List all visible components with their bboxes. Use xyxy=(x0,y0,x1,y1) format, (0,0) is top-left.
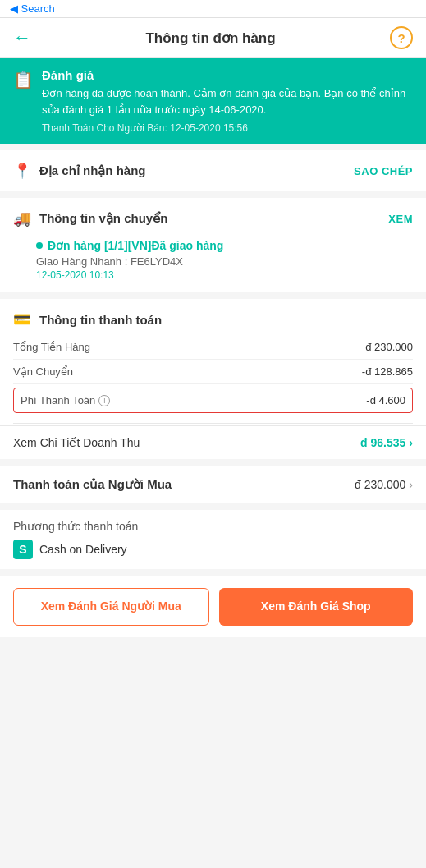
payment-divider xyxy=(13,423,413,424)
shipping-icon: 🚚 xyxy=(13,209,31,227)
payment-header-row: 💳 Thông tin thanh toán xyxy=(0,299,426,335)
buyer-section: Thanh toán của Người Mua đ 230.000 › xyxy=(0,466,426,503)
total-goods-label: Tổng Tiền Hàng xyxy=(13,341,90,353)
fee-value: -đ 4.600 xyxy=(366,394,405,406)
buyer-chevron: › xyxy=(409,478,413,491)
revenue-row[interactable]: Xem Chi Tiết Doanh Thu đ 96.535 › xyxy=(0,425,426,459)
payment-info-section: 💳 Thông tin thanh toán Tổng Tiền Hàng đ … xyxy=(0,299,426,459)
shipping-tracking: Giao Hàng Nhanh : FE6LYD4X xyxy=(36,255,413,268)
payment-row-shipping: Vận Chuyển -đ 128.865 xyxy=(13,360,413,384)
page-title: Thông tin đơn hàng xyxy=(31,30,390,47)
shipping-label: Thông tin vận chuyển xyxy=(39,211,167,226)
review-content: Đánh giá Đơn hàng đã được hoàn thành. Cả… xyxy=(42,68,413,134)
review-icon: 📋 xyxy=(13,70,34,90)
address-label: Địa chỉ nhận hàng xyxy=(39,163,146,178)
fee-label: Phí Thanh Toán i xyxy=(21,394,110,406)
revenue-chevron: › xyxy=(409,436,413,449)
address-row: 📍 Địa chỉ nhận hàng SAO CHÉP xyxy=(0,150,426,191)
address-section: 📍 Địa chỉ nhận hàng SAO CHÉP xyxy=(0,150,426,191)
shipping-cost-value: -đ 128.865 xyxy=(362,365,413,378)
review-date: Thanh Toán Cho Người Bán: 12-05-2020 15:… xyxy=(42,122,413,134)
payment-icon: 💳 xyxy=(13,310,31,328)
view-shipping-button[interactable]: XEM xyxy=(388,213,413,225)
payment-label: Thông tin thanh toán xyxy=(39,313,162,327)
revenue-label: Xem Chi Tiết Doanh Thu xyxy=(13,436,140,449)
shipping-cost-label: Vận Chuyển xyxy=(13,365,73,378)
location-icon: 📍 xyxy=(13,162,31,180)
bottom-buttons: Xem Đánh Giá Người Mua Xem Đánh Giá Shop xyxy=(0,576,426,637)
fee-info-icon[interactable]: i xyxy=(98,395,110,406)
cod-label: Cash on Delivery xyxy=(39,543,127,556)
review-banner: 📋 Đánh giá Đơn hàng đã được hoàn thành. … xyxy=(0,58,426,144)
buyer-payment-label: Thanh toán của Người Mua xyxy=(13,477,172,492)
shipping-section: 🚚 Thông tin vận chuyển XEM Đơn hàng [1/1… xyxy=(0,198,426,292)
help-button[interactable]: ? xyxy=(390,26,413,49)
payment-method-row: S Cash on Delivery xyxy=(13,540,413,559)
back-button[interactable]: ← xyxy=(13,27,31,48)
total-goods-value: đ 230.000 xyxy=(365,341,413,353)
payment-method-section: Phương thức thanh toán S Cash on Deliver… xyxy=(0,510,426,569)
shipping-date: 12-05-2020 10:13 xyxy=(36,269,413,281)
shipping-detail: Đơn hàng [1/1][VN]Đã giao hàng Giao Hàng… xyxy=(0,239,426,292)
shipping-header-row: 🚚 Thông tin vận chuyển XEM xyxy=(0,198,426,239)
shipping-status: Đơn hàng [1/1][VN]Đã giao hàng xyxy=(36,239,413,252)
buyer-payment-value[interactable]: đ 230.000 › xyxy=(355,478,413,491)
view-buyer-review-button[interactable]: Xem Đánh Giá Người Mua xyxy=(13,588,209,626)
header: ← Thông tin đơn hàng ? xyxy=(0,18,426,58)
payment-row-total: Tổng Tiền Hàng đ 230.000 xyxy=(13,335,413,360)
shipping-dot xyxy=(36,242,43,249)
payment-rows: Tổng Tiền Hàng đ 230.000 Vận Chuyển -đ 1… xyxy=(0,335,426,423)
revenue-value[interactable]: đ 96.535 › xyxy=(360,436,413,449)
view-shop-review-button[interactable]: Xem Đánh Giá Shop xyxy=(219,588,414,626)
review-title: Đánh giá xyxy=(42,68,413,82)
payment-row-fee: Phí Thanh Toán i -đ 4.600 xyxy=(13,388,413,413)
copy-button[interactable]: SAO CHÉP xyxy=(354,165,413,177)
cod-icon: S xyxy=(13,540,33,559)
status-back-label: ◀ Search xyxy=(10,2,55,15)
status-bar: ◀ Search xyxy=(0,0,426,18)
review-description: Đơn hàng đã được hoàn thành. Cảm ơn đánh… xyxy=(42,85,413,117)
payment-method-title: Phương thức thanh toán xyxy=(13,520,413,533)
buyer-row[interactable]: Thanh toán của Người Mua đ 230.000 › xyxy=(0,466,426,503)
